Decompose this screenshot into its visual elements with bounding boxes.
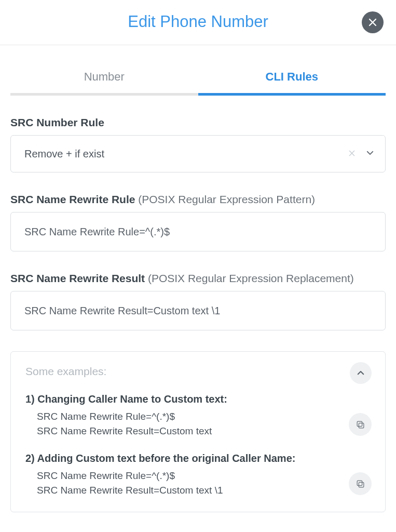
copy-icon (356, 479, 365, 489)
svg-rect-3 (357, 481, 362, 486)
cli-rules-panel: SRC Number Rule Remove + if exist SRC Na… (0, 116, 396, 512)
svg-rect-0 (359, 423, 364, 428)
close-icon (368, 18, 377, 27)
svg-rect-1 (357, 421, 362, 427)
example-item: 1) Changing Caller Name to Custom text: … (25, 393, 371, 438)
dropdown-toggle[interactable] (365, 148, 375, 160)
svg-rect-2 (359, 482, 364, 487)
src-name-rewrite-rule-label: SRC Name Rewrite Rule (POSIX Regular Exp… (10, 193, 386, 206)
dialog-header: Edit Phone Number (0, 0, 396, 45)
tab-number[interactable]: Number (10, 65, 198, 96)
src-name-rewrite-rule-input[interactable]: SRC Name Rewrite Rule=^(.*)$ (10, 212, 386, 251)
examples-title: Some examples: (25, 365, 371, 378)
tab-cli-rules[interactable]: CLI Rules (198, 65, 386, 96)
collapse-examples-button[interactable] (350, 362, 372, 384)
copy-icon (356, 420, 365, 430)
example-line: SRC Name Rewrite Result=Custom text (37, 424, 334, 438)
src-name-rewrite-rule-field: SRC Name Rewrite Rule (POSIX Regular Exp… (10, 193, 386, 251)
copy-example-button[interactable] (349, 413, 372, 436)
src-number-rule-select[interactable]: Remove + if exist (10, 135, 386, 172)
src-name-rewrite-result-input[interactable]: SRC Name Rewrite Result=Custom text \1 (10, 291, 386, 330)
chevron-up-icon (356, 368, 365, 378)
example-heading: 2) Adding Custom text before the origina… (25, 453, 334, 464)
src-number-rule-value: Remove + if exist (24, 148, 348, 160)
src-number-rule-field: SRC Number Rule Remove + if exist (10, 116, 386, 172)
example-item: 2) Adding Custom text before the origina… (25, 453, 371, 497)
tabs: Number CLI Rules (0, 65, 396, 96)
example-body: SRC Name Rewrite Rule=^(.*)$ SRC Name Re… (25, 409, 334, 438)
src-name-rewrite-result-label: SRC Name Rewrite Result (POSIX Regular E… (10, 272, 386, 285)
example-line: SRC Name Rewrite Rule=^(.*)$ (37, 469, 334, 483)
x-icon (348, 149, 356, 157)
example-line: SRC Name Rewrite Result=Custom text \1 (37, 483, 334, 498)
dialog-title: Edit Phone Number (128, 12, 268, 31)
clear-selection-button[interactable] (348, 148, 356, 160)
example-line: SRC Name Rewrite Rule=^(.*)$ (37, 409, 334, 424)
close-button[interactable] (362, 11, 384, 33)
src-name-rewrite-result-field: SRC Name Rewrite Result (POSIX Regular E… (10, 272, 386, 330)
example-body: SRC Name Rewrite Rule=^(.*)$ SRC Name Re… (25, 469, 334, 497)
chevron-down-icon (365, 148, 375, 157)
copy-example-button[interactable] (349, 472, 372, 495)
src-number-rule-label: SRC Number Rule (10, 116, 386, 129)
examples-box: Some examples: 1) Changing Caller Name t… (10, 351, 386, 512)
example-heading: 1) Changing Caller Name to Custom text: (25, 393, 334, 405)
